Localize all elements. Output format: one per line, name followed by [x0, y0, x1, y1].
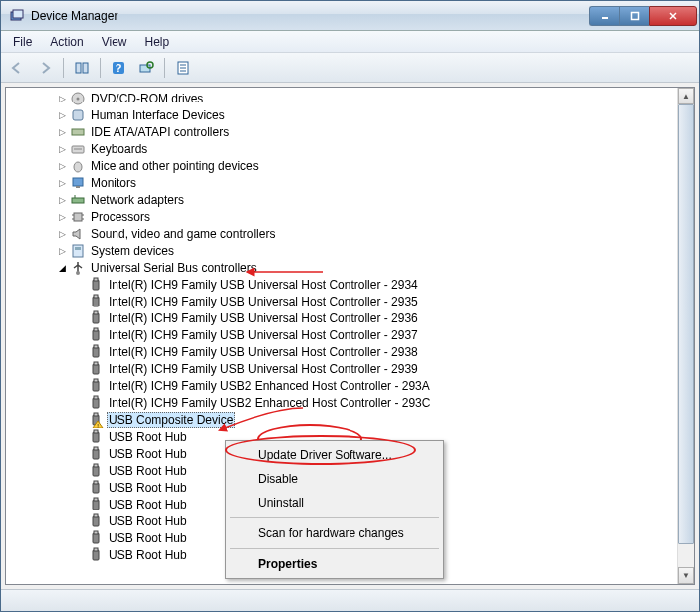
tree-category-dvd[interactable]: ▷DVD/CD-ROM drives — [6, 90, 677, 106]
show-hide-console-button[interactable] — [70, 56, 94, 80]
context-separator — [230, 517, 439, 518]
menu-action[interactable]: Action — [42, 33, 91, 51]
tree-category-keyboards[interactable]: ▷Keyboards — [6, 140, 677, 157]
dvd-icon — [70, 91, 86, 106]
context-scan[interactable]: Scan for hardware changes — [228, 521, 441, 545]
svg-rect-61 — [94, 481, 98, 484]
properties-button[interactable] — [171, 56, 195, 80]
monitor-icon — [70, 175, 86, 191]
tree-category-network[interactable]: ▷Network adapters — [6, 191, 677, 208]
expander-icon[interactable]: ▷ — [54, 94, 70, 103]
context-update-driver[interactable]: Update Driver Software... — [228, 443, 441, 467]
svg-rect-18 — [73, 110, 83, 120]
context-properties[interactable]: Properties — [228, 552, 441, 576]
svg-rect-59 — [94, 464, 98, 467]
toolbar: ? — [1, 53, 699, 83]
tree-category-sound[interactable]: ▷Sound, video and game controllers — [6, 225, 677, 242]
tree-category-mice[interactable]: ▷Mice and other pointing devices — [6, 157, 677, 174]
device-manager-window: Device Manager File Action View Help ? ▷… — [0, 0, 700, 612]
tree-node-label: USB Root Hub — [107, 498, 189, 511]
usb-dev-icon — [88, 310, 104, 326]
context-disable[interactable]: Disable — [228, 467, 441, 491]
sound-icon — [70, 226, 86, 242]
tree-usb-child[interactable]: Intel(R) ICH9 Family USB Universal Host … — [6, 360, 677, 377]
tree-node-label: Intel(R) ICH9 Family USB Universal Host … — [107, 311, 420, 325]
menu-file[interactable]: File — [5, 33, 40, 51]
svg-rect-19 — [72, 129, 84, 135]
svg-rect-33 — [75, 247, 81, 250]
svg-rect-10 — [140, 65, 150, 72]
scroll-thumb[interactable] — [678, 104, 694, 544]
tree-category-usb[interactable]: ◢Universal Serial Bus controllers — [6, 259, 677, 276]
scroll-down-button[interactable]: ▼ — [678, 567, 694, 584]
expander-icon[interactable]: ▷ — [54, 212, 70, 222]
tree-category-ide[interactable]: ▷IDE ATA/ATAPI controllers — [6, 123, 677, 140]
context-menu: Update Driver Software... Disable Uninst… — [225, 440, 444, 579]
scroll-up-button[interactable]: ▲ — [678, 88, 694, 104]
tree-usb-child[interactable]: Intel(R) ICH9 Family USB2 Enhanced Host … — [6, 377, 677, 394]
expander-icon[interactable]: ▷ — [54, 195, 70, 205]
tree-node-label: DVD/CD-ROM drives — [89, 92, 205, 105]
tree-usb-child[interactable]: Intel(R) ICH9 Family USB Universal Host … — [6, 293, 677, 309]
expander-icon[interactable]: ▷ — [54, 178, 70, 188]
expander-icon[interactable]: ▷ — [54, 246, 70, 256]
expander-icon[interactable]: ▷ — [54, 127, 70, 137]
svg-point-34 — [76, 271, 80, 275]
svg-rect-27 — [74, 213, 82, 221]
svg-rect-55 — [94, 430, 98, 433]
svg-rect-44 — [94, 345, 98, 348]
svg-rect-50 — [94, 396, 98, 399]
svg-rect-65 — [94, 514, 98, 517]
tree-category-hid[interactable]: ▷Human Interface Devices — [6, 106, 677, 123]
minimize-button[interactable] — [589, 6, 619, 26]
tree-usb-child[interactable]: !USB Composite Device — [6, 411, 677, 428]
svg-rect-23 — [73, 178, 83, 186]
vertical-scrollbar[interactable]: ▲ ▼ — [677, 88, 694, 584]
close-button[interactable] — [649, 6, 697, 26]
scroll-track[interactable] — [678, 104, 694, 567]
tree-node-label: USB Root Hub — [107, 481, 189, 495]
usb-dev-icon — [88, 378, 104, 394]
menu-help[interactable]: Help — [137, 33, 178, 51]
tree-category-monitors[interactable]: ▷Monitors — [6, 174, 677, 191]
tree-node-label: System devices — [89, 244, 176, 258]
tree-node-label: Intel(R) ICH9 Family USB2 Enhanced Host … — [107, 396, 432, 410]
usb-dev-icon — [88, 497, 104, 512]
tree-usb-child[interactable]: Intel(R) ICH9 Family USB Universal Host … — [6, 326, 677, 343]
tree-node-label: USB Root Hub — [107, 531, 189, 545]
expander-icon[interactable]: ▷ — [54, 161, 70, 171]
usb-dev-icon — [88, 446, 104, 462]
usb-dev-icon — [88, 513, 104, 529]
forward-button[interactable] — [33, 56, 57, 80]
expander-icon[interactable]: ▷ — [54, 110, 70, 120]
titlebar[interactable]: Device Manager — [1, 1, 699, 31]
usb-dev-icon: ! — [88, 412, 104, 428]
back-button[interactable] — [5, 56, 29, 80]
maximize-button[interactable] — [619, 6, 649, 26]
expander-icon[interactable]: ▷ — [54, 229, 70, 239]
svg-rect-63 — [94, 498, 98, 501]
tree-node-label: Human Interface Devices — [89, 108, 227, 122]
svg-rect-42 — [94, 328, 98, 331]
tree-usb-child[interactable]: Intel(R) ICH9 Family USB2 Enhanced Host … — [6, 394, 677, 411]
tree-usb-child[interactable]: Intel(R) ICH9 Family USB Universal Host … — [6, 343, 677, 360]
expander-icon[interactable]: ◢ — [54, 263, 70, 273]
tree-category-system[interactable]: ▷System devices — [6, 242, 677, 259]
scan-hardware-button[interactable] — [134, 56, 158, 80]
tree-usb-child[interactable]: Intel(R) ICH9 Family USB Universal Host … — [6, 309, 677, 326]
help-button[interactable]: ? — [107, 56, 130, 80]
tree-usb-child[interactable]: Intel(R) ICH9 Family USB Universal Host … — [6, 276, 677, 293]
usb-dev-icon — [88, 344, 104, 360]
svg-rect-57 — [94, 447, 98, 450]
context-uninstall[interactable]: Uninstall — [228, 491, 441, 514]
svg-rect-67 — [94, 531, 98, 534]
menu-view[interactable]: View — [94, 33, 135, 51]
svg-point-22 — [74, 162, 82, 172]
svg-rect-69 — [94, 548, 98, 551]
usb-dev-icon — [88, 480, 104, 496]
tree-node-label: Intel(R) ICH9 Family USB Universal Host … — [107, 278, 420, 292]
tree-category-processors[interactable]: ▷Processors — [6, 208, 677, 225]
expander-icon[interactable]: ▷ — [54, 144, 70, 154]
network-icon — [70, 192, 86, 208]
usb-dev-icon — [88, 294, 104, 309]
